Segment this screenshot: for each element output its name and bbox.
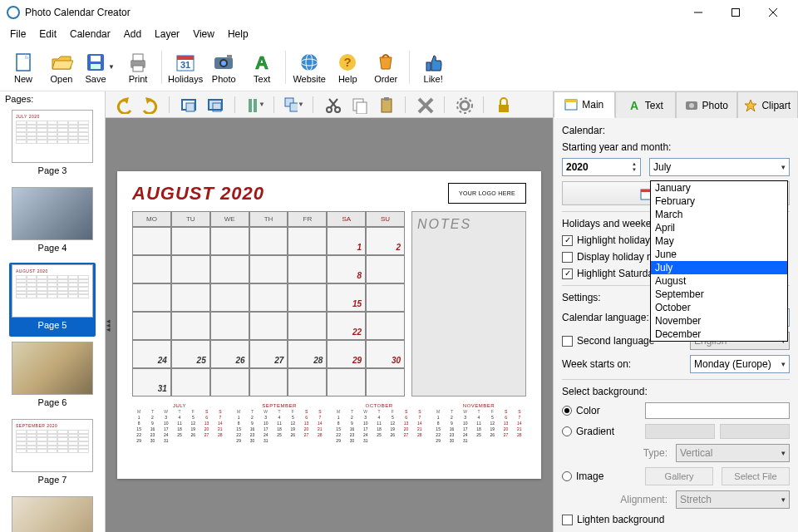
print-button[interactable]: Print bbox=[120, 45, 156, 90]
page-thumb[interactable]: Page 6 bbox=[9, 340, 96, 414]
save-button[interactable]: Save▼ bbox=[81, 45, 118, 90]
calendar-cell[interactable] bbox=[249, 227, 288, 255]
calendar-cell[interactable] bbox=[288, 255, 327, 283]
calendar-cell[interactable]: 22 bbox=[327, 312, 366, 340]
help-button[interactable]: ?Help bbox=[329, 45, 366, 90]
calendar-cell[interactable]: 8 bbox=[327, 255, 366, 283]
paste-button[interactable] bbox=[375, 94, 397, 116]
open-button[interactable]: Open bbox=[43, 45, 80, 90]
calendar-cell[interactable] bbox=[132, 255, 171, 283]
calendar-cell[interactable] bbox=[210, 283, 249, 312]
calendar-cell[interactable] bbox=[171, 283, 210, 312]
group-button[interactable]: ▼ bbox=[283, 94, 304, 116]
calendar-cell[interactable] bbox=[366, 368, 405, 397]
order-button[interactable]: Order bbox=[367, 45, 404, 90]
month-option[interactable]: December bbox=[651, 328, 787, 341]
calendar-cell[interactable]: 28 bbox=[288, 340, 327, 368]
tab-photo[interactable]: Photo bbox=[676, 91, 737, 118]
bg-color-radio[interactable]: Color bbox=[562, 405, 637, 416]
delete-button[interactable] bbox=[414, 94, 436, 116]
holidays-button[interactable]: 31Holidays bbox=[167, 45, 204, 90]
rect-b-button[interactable] bbox=[204, 94, 226, 116]
calendar-cell[interactable]: 26 bbox=[210, 340, 249, 368]
menu-file[interactable]: File bbox=[3, 27, 32, 42]
cut-button[interactable] bbox=[322, 94, 343, 116]
month-option[interactable]: April bbox=[651, 221, 787, 234]
calendar-cell[interactable]: 1 bbox=[327, 227, 366, 255]
month-option[interactable]: June bbox=[651, 248, 787, 261]
redo-button[interactable] bbox=[139, 94, 160, 116]
close-button[interactable] bbox=[754, 1, 791, 24]
new-button[interactable]: New bbox=[5, 45, 42, 90]
calendar-cell[interactable] bbox=[132, 227, 171, 255]
calendar-cell[interactable]: 31 bbox=[132, 368, 171, 397]
month-option[interactable]: February bbox=[651, 195, 787, 208]
month-option[interactable]: November bbox=[651, 314, 787, 328]
menu-add[interactable]: Add bbox=[117, 27, 148, 42]
calendar-cell[interactable] bbox=[249, 255, 288, 283]
menu-layer[interactable]: Layer bbox=[148, 27, 186, 42]
menu-edit[interactable]: Edit bbox=[32, 27, 63, 42]
month-dropdown[interactable]: JanuaryFebruaryMarchAprilMayJuneJulyAugu… bbox=[650, 180, 788, 342]
calendar-cell[interactable]: 30 bbox=[366, 340, 405, 368]
calendar-cell[interactable] bbox=[132, 283, 171, 312]
calendar-cell[interactable]: 24 bbox=[132, 340, 171, 368]
month-option[interactable]: May bbox=[651, 234, 787, 248]
calendar-cell[interactable] bbox=[327, 368, 366, 397]
calendar-cell[interactable] bbox=[288, 227, 327, 255]
like-button[interactable]: Like! bbox=[415, 45, 451, 90]
calendar-cell[interactable] bbox=[171, 255, 210, 283]
text-button[interactable]: AAText bbox=[244, 45, 280, 90]
page-thumb[interactable]: JULY 2020Page 3 bbox=[9, 108, 96, 182]
calendar-cell[interactable] bbox=[132, 312, 171, 340]
calendar-cell[interactable]: 29 bbox=[327, 340, 366, 368]
tab-clipart[interactable]: Clipart bbox=[737, 91, 799, 118]
calendar-cell[interactable]: 25 bbox=[171, 340, 210, 368]
calendar-cell[interactable] bbox=[171, 227, 210, 255]
lighten-background-checkbox[interactable]: Lighten background bbox=[562, 514, 790, 525]
calendar-cell[interactable] bbox=[288, 283, 327, 312]
photo-button[interactable]: Photo bbox=[205, 45, 242, 90]
calendar-cell[interactable] bbox=[171, 312, 210, 340]
calendar-cell[interactable] bbox=[288, 368, 327, 397]
page-preview[interactable]: AUGUST 2020 YOUR LOGO HERE MOTUWETHFRSAS… bbox=[117, 171, 541, 479]
tab-main[interactable]: Main bbox=[554, 91, 615, 118]
calendar-cell[interactable]: 15 bbox=[327, 283, 366, 312]
calendar-cell[interactable] bbox=[210, 312, 249, 340]
website-button[interactable]: Website bbox=[291, 45, 328, 90]
canvas-viewport[interactable]: ◂◂◂ AUGUST 2020 YOUR LOGO HERE MOTUWETHF… bbox=[106, 118, 553, 532]
calendar-cell[interactable] bbox=[210, 227, 249, 255]
month-option[interactable]: August bbox=[651, 274, 787, 288]
calendar-cell[interactable]: 2 bbox=[366, 227, 405, 255]
panel-drag-handle[interactable]: ◂◂◂ bbox=[106, 319, 111, 332]
bg-gradient-radio[interactable]: Gradient bbox=[562, 426, 637, 437]
year-input[interactable]: 2020 ▲▼ bbox=[562, 158, 641, 176]
notes-box[interactable]: NOTES bbox=[411, 211, 526, 397]
calendar-cell[interactable] bbox=[210, 368, 249, 397]
gear-button[interactable] bbox=[453, 94, 475, 116]
menu-help[interactable]: Help bbox=[221, 27, 255, 42]
page-thumb[interactable]: SEPTEMBER 2020Page 7 bbox=[9, 417, 96, 491]
month-option[interactable]: January bbox=[651, 181, 787, 195]
month-option[interactable]: July bbox=[651, 261, 787, 274]
maximize-button[interactable] bbox=[717, 1, 754, 24]
calendar-cell[interactable] bbox=[288, 312, 327, 340]
week-starts-select[interactable]: Monday (Europe)▾ bbox=[690, 355, 790, 373]
menu-view[interactable]: View bbox=[186, 27, 221, 42]
page-thumb[interactable]: AUGUST 2020Page 5 bbox=[9, 263, 96, 337]
calendar-cell[interactable] bbox=[366, 255, 405, 283]
page-thumb[interactable]: Page 4 bbox=[9, 185, 96, 259]
lock-button[interactable] bbox=[492, 94, 514, 116]
month-option[interactable]: March bbox=[651, 208, 787, 221]
bg-image-radio[interactable]: Image bbox=[562, 470, 637, 482]
undo-button[interactable] bbox=[112, 94, 134, 116]
calendar-cell[interactable] bbox=[249, 283, 288, 312]
calendar-cell[interactable] bbox=[171, 368, 210, 397]
page-thumb[interactable] bbox=[9, 495, 96, 532]
calendar-cell[interactable]: 27 bbox=[249, 340, 288, 368]
calendar-cell[interactable] bbox=[249, 312, 288, 340]
month-select[interactable]: July▾ bbox=[649, 158, 790, 176]
align-button[interactable]: ▼ bbox=[244, 94, 265, 116]
minimize-button[interactable] bbox=[679, 1, 717, 24]
month-option[interactable]: September bbox=[651, 288, 787, 301]
